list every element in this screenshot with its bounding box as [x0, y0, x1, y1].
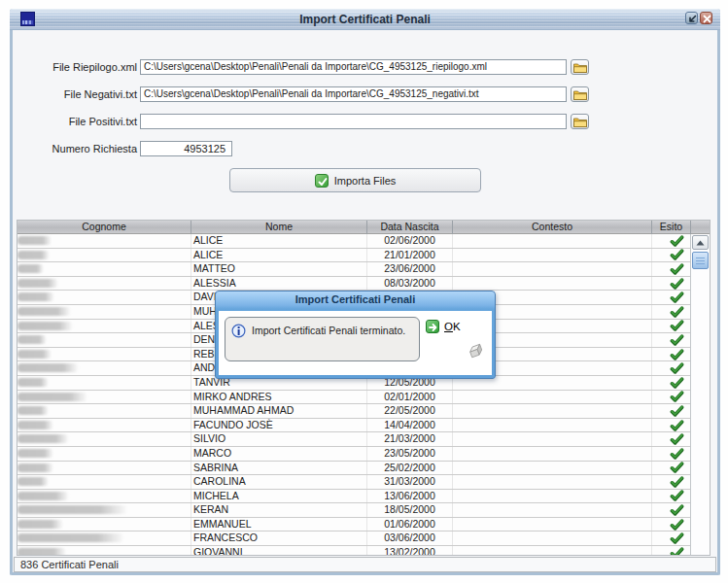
esito-cell — [652, 262, 691, 276]
redacted-cognome — [17, 363, 79, 372]
esito-cell — [652, 432, 691, 446]
restore-arrow-icon — [687, 14, 698, 24]
table-row[interactable]: KERAN 18/05/2000 — [17, 503, 691, 518]
table-row[interactable]: FRANCESCO 03/06/2000 — [17, 532, 691, 546]
esito-check-icon — [670, 391, 684, 402]
contesto-cell — [453, 262, 652, 276]
data-nascita-cell: 13/06/2000 — [367, 490, 453, 503]
redacted-cognome — [17, 279, 58, 288]
esito-check-icon — [670, 504, 684, 516]
contesto-cell — [453, 277, 652, 291]
redacted-cognome — [17, 322, 73, 330]
close-button[interactable] — [700, 12, 712, 24]
esito-check-icon — [670, 377, 684, 389]
label-file-positivi: File Positivi.txt — [13, 114, 137, 129]
contesto-cell — [453, 419, 652, 432]
data-nascita-cell: 23/05/2000 — [367, 447, 453, 461]
data-nascita-cell: 21/01/2000 — [367, 249, 453, 262]
col-header-data-nascita[interactable]: Data Nascita — [367, 221, 453, 234]
table-row[interactable]: GIOVANNI 13/02/2000 — [17, 546, 691, 556]
table-row[interactable]: CAROLINA 31/03/2000 — [17, 475, 691, 490]
esito-cell — [652, 447, 691, 461]
data-nascita-cell: 01/06/2000 — [367, 518, 453, 532]
contesto-cell — [453, 249, 652, 262]
nome-cell: SILVIO — [191, 432, 367, 446]
import-complete-dialog: Import Certificati Penali Import Certifi… — [215, 291, 496, 379]
col-header-cognome[interactable]: Cognome — [17, 221, 191, 234]
col-header-contesto[interactable]: Contesto — [453, 221, 652, 234]
cognome-cell — [17, 518, 191, 532]
label-file-riepilogo: File Riepilogo.xml — [13, 59, 137, 75]
nome-cell: MATTEO — [191, 262, 367, 276]
table-row[interactable]: ALESSIA 08/03/2000 — [17, 277, 691, 292]
redacted-cognome — [17, 307, 71, 316]
import-check-icon — [315, 174, 329, 188]
data-nascita-cell: 23/06/2000 — [367, 262, 453, 276]
ok-button[interactable]: OK — [426, 320, 461, 333]
esito-check-icon — [670, 306, 684, 318]
table-header: Cognome Nome Data Nascita Contesto Esito — [17, 221, 710, 234]
table-row[interactable]: SILVIO 21/03/2000 — [17, 432, 691, 447]
esito-check-icon — [670, 320, 684, 331]
contesto-cell — [453, 462, 652, 475]
label-numero-richiesta: Numero Richiesta — [13, 141, 137, 156]
browse-negativi-button[interactable] — [571, 86, 589, 102]
scroll-up-arrow-icon — [696, 240, 705, 246]
table-row[interactable]: FACUNDO JOSÈ 14/04/2000 — [17, 419, 691, 433]
table-row[interactable]: ALICE 21/01/2000 — [17, 249, 691, 263]
table-row[interactable]: MARCO 23/05/2000 — [17, 447, 691, 462]
scrollbar-thumb[interactable] — [692, 252, 709, 269]
table-row[interactable]: SABRINA 25/02/2000 — [17, 462, 691, 476]
vertical-scrollbar[interactable] — [690, 234, 710, 556]
importa-files-button[interactable]: Importa Files — [229, 168, 481, 192]
esito-cell — [652, 419, 691, 432]
contesto-cell — [453, 518, 652, 532]
input-file-riepilogo[interactable]: C:\Users\gcena\Desktop\Penali\Penali da … — [140, 59, 567, 75]
data-nascita-cell: 03/06/2000 — [367, 532, 453, 545]
redacted-cognome — [17, 505, 127, 514]
contesto-cell — [453, 447, 652, 461]
cognome-cell — [17, 447, 191, 461]
table-row[interactable]: MUHAMMAD AHMAD 22/05/2000 — [17, 404, 691, 419]
browse-positivi-button[interactable] — [571, 114, 589, 129]
cognome-cell — [17, 361, 191, 375]
esito-check-icon — [670, 249, 684, 260]
nome-cell: ALESSIA — [191, 277, 367, 291]
cognome-cell — [17, 333, 191, 347]
restore-button[interactable] — [685, 12, 698, 24]
window-titlebar[interactable]: Import Certificati Penali — [10, 9, 720, 30]
input-numero-richiesta[interactable]: 4953125 — [140, 141, 232, 156]
col-header-nome[interactable]: Nome — [191, 221, 367, 234]
nome-cell: KERAN — [191, 503, 367, 517]
esito-cell — [652, 234, 691, 248]
esito-check-icon — [670, 263, 684, 275]
esito-cell — [652, 277, 691, 291]
data-nascita-cell: 31/03/2000 — [367, 475, 453, 489]
cognome-cell — [17, 320, 191, 333]
scroll-up-button[interactable] — [692, 235, 709, 250]
col-header-esito[interactable]: Esito — [652, 221, 691, 234]
input-file-negativi[interactable]: C:\Users\gcena\Desktop\Penali\Penali da … — [140, 86, 567, 102]
esito-cell — [652, 333, 691, 347]
input-file-positivi[interactable] — [140, 114, 567, 129]
ok-label: OK — [444, 321, 461, 332]
redacted-cognome — [17, 533, 124, 542]
browse-riepilogo-button[interactable] — [571, 59, 589, 75]
cognome-cell — [17, 475, 191, 489]
label-file-negativi: File Negativi.txt — [13, 86, 137, 102]
nome-cell: MUHAMMAD AHMAD — [191, 404, 367, 418]
data-nascita-cell: 13/02/2000 — [367, 546, 453, 556]
contesto-cell — [453, 391, 652, 404]
dialog-body: Import Certificati Penali terminato. OK — [219, 311, 492, 375]
nome-cell: CAROLINA — [191, 475, 367, 489]
esito-cell — [652, 391, 691, 404]
data-nascita-cell: 22/05/2000 — [367, 404, 453, 418]
table-row[interactable]: MICHELA 13/06/2000 — [17, 490, 691, 504]
table-row[interactable]: EMMANUEL 01/06/2000 — [17, 518, 691, 532]
esito-check-icon — [670, 547, 684, 556]
table-row[interactable]: MATTEO 23/06/2000 — [17, 262, 691, 277]
data-nascita-cell: 14/04/2000 — [367, 419, 453, 432]
table-row[interactable]: MIRKO ANDRES 02/01/2000 — [17, 391, 691, 405]
esito-cell — [652, 503, 691, 517]
table-row[interactable]: ALICE 02/06/2000 — [17, 234, 691, 249]
